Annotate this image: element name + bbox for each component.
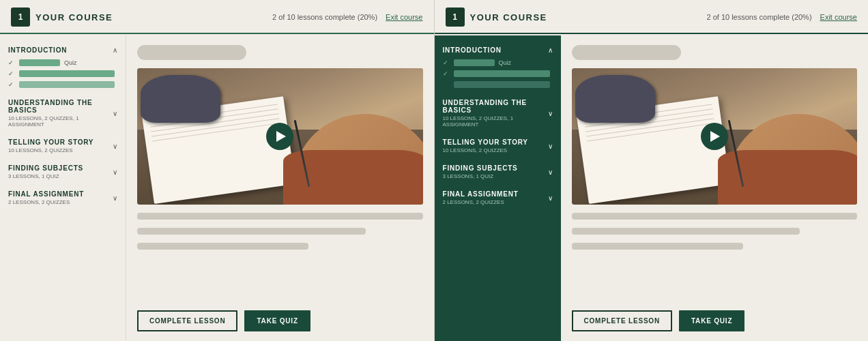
logo-icon: 1 [18,12,23,22]
section-title-understanding-left: UNDERSTANDING THE BASICS [8,99,113,114]
header-right: 1 YOUR COURSE 2 of 10 lessons complete (… [435,0,869,35]
quiz-label-1-left: Quiz [64,59,77,66]
section-understanding-right: UNDERSTANDING THE BASICS 10 LESSONS, 2 Q… [443,99,553,128]
lesson-bar-1-left [19,59,60,66]
lesson-item-2-left[interactable]: ✓ [8,70,117,77]
section-finding-header-right[interactable]: FINDING SUBJECTS 3 LESSONS, 1 QUIZ ∨ [443,164,553,179]
complete-button-left[interactable]: COMPLETE LESSON [137,310,237,331]
section-title-final-right: FINAL ASSIGNMENT [443,190,519,198]
right-panel: 1 YOUR COURSE 2 of 10 lessons complete (… [435,0,869,341]
section-introduction-header-right[interactable]: INTRODUCTION ∧ [443,46,553,54]
section-understanding-header-left[interactable]: UNDERSTANDING THE BASICS 10 LESSONS, 2 Q… [8,99,117,128]
section-title-group: INTRODUCTION [8,46,67,54]
section-arrow-introduction-left: ∧ [113,46,117,54]
check-1-right: ✓ [443,59,451,66]
quiz-button-right[interactable]: TAKE QUIZ [679,310,744,331]
lesson-item-1-right[interactable]: ✓ Quiz [443,59,553,66]
lesson-bar-2-left [19,70,115,77]
section-arrow-finding-left: ∨ [113,168,117,176]
video-container-right[interactable] [572,68,858,205]
left-panel: 1 YOUR COURSE 2 of 10 lessons complete (… [0,0,434,341]
section-sub-telling-right: 10 LESSONS, 2 QUIZZES [443,147,528,153]
section-title-group-r4: FINDING SUBJECTS 3 LESSONS, 1 QUIZ [443,164,518,179]
main-content-right: COMPLETE LESSON TAKE QUIZ [561,35,869,341]
section-title-introduction-left: INTRODUCTION [8,46,67,54]
lesson-item-3-left[interactable]: ✓ [8,81,117,88]
quiz-button-left[interactable]: TAKE QUIZ [244,310,310,331]
header-left: 1 YOUR COURSE 2 of 10 lessons complete (… [0,0,434,35]
section-arrow-introduction-right: ∧ [548,46,553,54]
desc-bar-2-right [572,228,800,235]
check-2-right: ✓ [443,70,451,77]
play-icon-right [710,131,720,142]
lesson-item-3-right[interactable]: ✓ [443,81,553,88]
section-sub-telling-left: 10 LESSONS, 2 QUIZZES [8,147,93,153]
section-final-header-right[interactable]: FINAL ASSIGNMENT 2 LESSONS, 2 QUIZZES ∨ [443,190,553,205]
actions-left: COMPLETE LESSON TAKE QUIZ [137,305,423,331]
sidebar-left: INTRODUCTION ∧ ✓ Quiz ✓ ✓ [0,35,126,341]
check-2-left: ✓ [8,70,16,77]
body-right: INTRODUCTION ∧ ✓ Quiz ✓ ✓ [435,35,869,341]
section-title-group-r3: TELLING YOUR STORY 10 LESSONS, 2 QUIZZES [443,138,528,153]
body-left: INTRODUCTION ∧ ✓ Quiz ✓ ✓ [0,35,434,341]
progress-text-right: 2 of 10 lessons complete (20%) [706,13,811,21]
section-title-telling-left: TELLING YOUR STORY [8,138,93,146]
section-telling-left: TELLING YOUR STORY 10 LESSONS, 2 QUIZZES… [8,138,117,153]
course-title-right: YOUR COURSE [470,12,707,23]
actions-right: COMPLETE LESSON TAKE QUIZ [572,305,858,331]
section-finding-header-left[interactable]: FINDING SUBJECTS 3 LESSONS, 1 QUIZ ∨ [8,164,117,179]
section-title-introduction-right: INTRODUCTION [443,46,502,54]
section-sub-final-right: 2 LESSONS, 2 QUIZZES [443,199,519,205]
section-understanding-header-right[interactable]: UNDERSTANDING THE BASICS 10 LESSONS, 2 Q… [443,99,553,128]
section-understanding-left: UNDERSTANDING THE BASICS 10 LESSONS, 2 Q… [8,99,117,128]
video-container-left[interactable] [137,68,423,205]
section-title-group-2: UNDERSTANDING THE BASICS 10 LESSONS, 2 Q… [8,99,113,128]
complete-button-right[interactable]: COMPLETE LESSON [572,310,672,331]
section-sub-finding-right: 3 LESSONS, 1 QUIZ [443,173,518,179]
section-arrow-telling-right: ∨ [548,143,553,150]
section-title-group-r1: INTRODUCTION [443,46,502,54]
lesson-bar-2-right [454,70,550,77]
logo-icon-right: 1 [452,12,457,22]
main-content-left: COMPLETE LESSON TAKE QUIZ [126,35,434,341]
exit-link-left[interactable]: Exit course [386,13,422,21]
section-finding-left: FINDING SUBJECTS 3 LESSONS, 1 QUIZ ∨ [8,164,117,179]
desc-bar-1-left [137,213,423,220]
section-introduction-header-left[interactable]: INTRODUCTION ∧ [8,46,117,54]
content-title-bar-right [572,45,681,60]
content-title-bar-left [137,45,246,60]
play-button-right[interactable] [701,123,728,150]
section-final-right: FINAL ASSIGNMENT 2 LESSONS, 2 QUIZZES ∨ [443,190,553,205]
section-sub-finding-left: 3 LESSONS, 1 QUIZ [8,173,83,179]
section-final-header-left[interactable]: FINAL ASSIGNMENT 2 LESSONS, 2 QUIZZES ∨ [8,190,117,205]
play-button-left[interactable] [266,123,293,150]
desc-bar-3-right [572,243,743,250]
section-sub-understanding-right: 10 LESSONS, 2 QUIZZES, 1 ASSIGNMENT [443,115,548,128]
lesson-bar-3-right [454,81,550,88]
section-arrow-understanding-right: ∨ [548,110,553,117]
lesson-item-1-left[interactable]: ✓ Quiz [8,59,117,66]
section-arrow-telling-left: ∨ [113,143,117,150]
exit-link-right[interactable]: Exit course [820,13,857,21]
check-3-right: ✓ [443,81,451,88]
section-telling-header-right[interactable]: TELLING YOUR STORY 10 LESSONS, 2 QUIZZES… [443,138,553,153]
check-1-left: ✓ [8,59,16,66]
section-telling-right: TELLING YOUR STORY 10 LESSONS, 2 QUIZZES… [443,138,553,153]
section-title-group-r2: UNDERSTANDING THE BASICS 10 LESSONS, 2 Q… [443,99,548,128]
header-border-left [0,33,434,34]
lesson-bar-1-right [454,59,495,66]
section-finding-right: FINDING SUBJECTS 3 LESSONS, 1 QUIZ ∨ [443,164,553,179]
header-border-right [435,33,869,34]
section-sub-final-left: 2 LESSONS, 2 QUIZZES [8,199,84,205]
desc-bar-2-left [137,228,366,235]
section-telling-header-left[interactable]: TELLING YOUR STORY 10 LESSONS, 2 QUIZZES… [8,138,117,153]
quiz-label-1-right: Quiz [499,59,512,66]
lesson-item-2-right[interactable]: ✓ [443,70,553,77]
section-title-final-left: FINAL ASSIGNMENT [8,190,84,198]
check-3-left: ✓ [8,81,16,88]
section-arrow-finding-right: ∨ [548,168,553,176]
section-sub-understanding-left: 10 LESSONS, 2 QUIZZES, 1 ASSIGNMENT [8,115,113,128]
section-title-group-5: FINAL ASSIGNMENT 2 LESSONS, 2 QUIZZES [8,190,84,205]
section-title-finding-right: FINDING SUBJECTS [443,164,518,172]
section-arrow-understanding-left: ∨ [113,110,117,117]
